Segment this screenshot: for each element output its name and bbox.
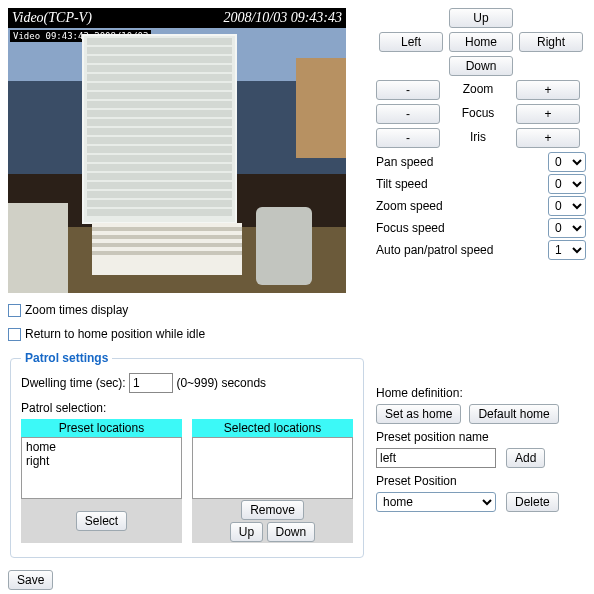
down-button[interactable]: Down [267, 522, 316, 542]
video-timestamp: 2008/10/03 09:43:43 [223, 10, 342, 26]
ptz-up-button[interactable]: Up [449, 8, 513, 28]
iris-plus-button[interactable]: + [516, 128, 580, 148]
preset-position-select[interactable]: home [376, 492, 496, 512]
dwelling-time-input[interactable] [129, 373, 173, 393]
pan-speed-select[interactable]: 0 [548, 152, 586, 172]
zoom-minus-button[interactable]: - [376, 80, 440, 100]
focus-label: Focus [446, 104, 510, 124]
ptz-home-button[interactable]: Home [449, 32, 513, 52]
home-definition-section: Home definition: Set as home Default hom… [376, 386, 586, 512]
preset-position-label: Preset Position [376, 474, 586, 488]
patrol-legend: Patrol settings [21, 351, 112, 365]
return-home-idle-label: Return to home position while idle [25, 327, 205, 341]
ptz-left-button[interactable]: Left [379, 32, 443, 52]
zoom-times-display-label: Zoom times display [25, 303, 128, 317]
return-home-idle-checkbox[interactable] [8, 328, 21, 341]
zoom-speed-label: Zoom speed [376, 199, 443, 213]
patrol-selection-label: Patrol selection: [21, 401, 353, 415]
ptz-right-button[interactable]: Right [519, 32, 583, 52]
home-definition-title: Home definition: [376, 386, 586, 400]
selected-locations-listbox[interactable] [192, 437, 353, 499]
selected-locations-header: Selected locations [192, 419, 353, 437]
up-button[interactable]: Up [230, 522, 263, 542]
list-item[interactable]: right [26, 454, 177, 468]
list-item[interactable]: home [26, 440, 177, 454]
focus-minus-button[interactable]: - [376, 104, 440, 124]
video-title: Video(TCP-V) [12, 10, 92, 26]
iris-label: Iris [446, 128, 510, 148]
focus-plus-button[interactable]: + [516, 104, 580, 124]
preset-position-name-input[interactable] [376, 448, 496, 468]
select-button[interactable]: Select [76, 511, 127, 531]
zoom-speed-select[interactable]: 0 [548, 196, 586, 216]
save-button[interactable]: Save [8, 570, 53, 590]
ptz-controls: Up Left Home Right Down - Zoom + - Focus… [376, 8, 586, 260]
iris-minus-button[interactable]: - [376, 128, 440, 148]
patrol-settings-fieldset: Patrol settings Dwelling time (sec): (0~… [10, 351, 364, 558]
zoom-label: Zoom [446, 80, 510, 100]
zoom-plus-button[interactable]: + [516, 80, 580, 100]
default-home-button[interactable]: Default home [469, 404, 558, 424]
auto-speed-label: Auto pan/patrol speed [376, 243, 493, 257]
video-pane: Video(TCP-V) 2008/10/03 09:43:43 Video 0… [8, 8, 346, 293]
set-as-home-button[interactable]: Set as home [376, 404, 461, 424]
preset-position-name-label: Preset position name [376, 430, 586, 444]
focus-speed-label: Focus speed [376, 221, 445, 235]
video-stream[interactable]: Video 09:43:43 2008/10/03 [8, 28, 346, 293]
tilt-speed-label: Tilt speed [376, 177, 428, 191]
zoom-times-display-checkbox[interactable] [8, 304, 21, 317]
focus-speed-select[interactable]: 0 [548, 218, 586, 238]
add-button[interactable]: Add [506, 448, 545, 468]
auto-speed-select[interactable]: 1 [548, 240, 586, 260]
dwelling-label: Dwelling time (sec): [21, 376, 126, 390]
dwelling-suffix: (0~999) seconds [176, 376, 266, 390]
pan-speed-label: Pan speed [376, 155, 433, 169]
preset-locations-header: Preset locations [21, 419, 182, 437]
ptz-down-button[interactable]: Down [449, 56, 513, 76]
remove-button[interactable]: Remove [241, 500, 304, 520]
tilt-speed-select[interactable]: 0 [548, 174, 586, 194]
preset-locations-listbox[interactable]: home right [21, 437, 182, 499]
delete-button[interactable]: Delete [506, 492, 559, 512]
